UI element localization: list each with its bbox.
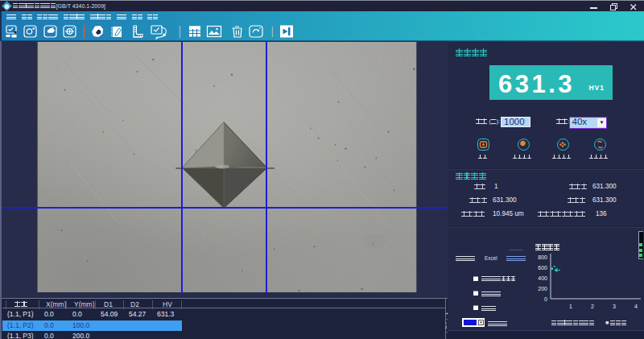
svg-text:400: 400: [538, 275, 547, 281]
svg-text:3: 3: [613, 304, 616, 309]
svg-text:0: 0: [544, 296, 547, 302]
svg-text:800: 800: [538, 254, 547, 260]
svg-text:1: 1: [569, 304, 572, 309]
svg-text:600: 600: [538, 265, 547, 271]
svg-text:200: 200: [538, 286, 547, 291]
svg-text:4: 4: [634, 304, 638, 309]
svg-text:2: 2: [591, 304, 594, 309]
